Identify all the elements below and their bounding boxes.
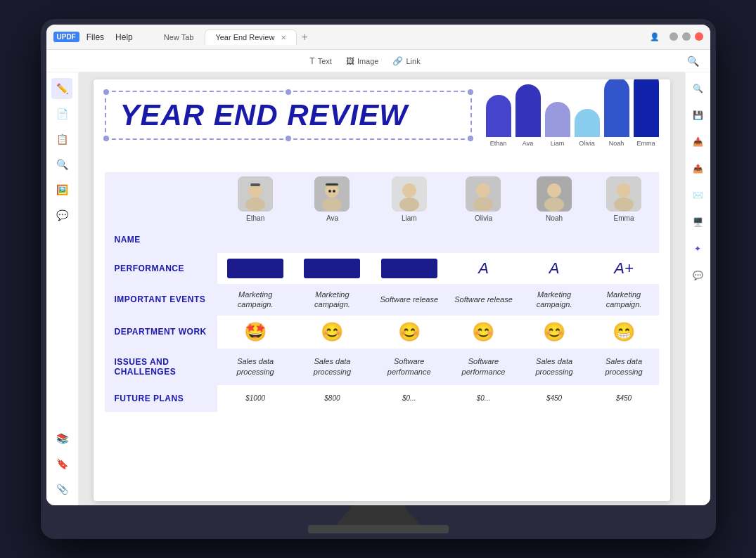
cell-future_plans_label-emma: $450 (589, 385, 659, 412)
bar-emma (634, 79, 659, 137)
event-text-ava: Marketing campaign. (298, 290, 366, 310)
svg-point-9 (333, 190, 335, 193)
svg-point-18 (544, 197, 564, 212)
toolbar-text[interactable]: T Text (309, 56, 332, 66)
cell-name_label-ava (294, 226, 371, 253)
bar-col-olivia: Olivia (575, 109, 600, 147)
photo-cell-ava: Ava (294, 172, 371, 226)
cell-name_label-olivia (447, 226, 519, 253)
resize-handle-tl[interactable] (103, 89, 109, 95)
event-text-emma: Marketing campaign. (594, 290, 655, 310)
resize-handle-bm[interactable] (286, 136, 291, 141)
sidebar-bookmark2-icon[interactable]: 🔖 (51, 453, 72, 474)
svg-point-8 (328, 190, 331, 193)
user-icon[interactable]: 👤 (650, 32, 660, 41)
image-icon: 🖼 (346, 56, 354, 66)
issue-text-liam: Software performance (375, 356, 443, 377)
row-header-important_events_label: IMPORTANT EVENTS (105, 284, 217, 316)
bar-label-ethan: Ethan (490, 140, 507, 147)
bar-col-noah: Noah (604, 79, 629, 147)
toolbar: T Text 🖼 Image 🔗 Link 🔍 (46, 50, 710, 72)
cell-department_work_label-olivia: 😊 (447, 316, 519, 349)
table-row: IMPORTANT EVENTSMarketing campaign.Marke… (105, 284, 659, 316)
monitor-base (308, 525, 449, 533)
zoom-icon[interactable]: 🔍 (687, 56, 699, 67)
right-sidebar-zoom-icon[interactable]: 🔍 (687, 78, 708, 99)
table-row: DEPARTMENT WORK🤩😊😊😊😊😁 (105, 316, 659, 349)
sidebar-comment-icon[interactable]: 💬 (51, 205, 72, 226)
menu-files[interactable]: Files (87, 32, 104, 42)
resize-handle-tm[interactable] (286, 89, 291, 95)
bar-label-liam: Liam (551, 140, 565, 147)
cell-name_label-liam (371, 226, 447, 253)
right-sidebar-ai-icon[interactable]: ✦ (687, 238, 708, 259)
right-sidebar-save-icon[interactable]: 💾 (687, 105, 708, 126)
cell-performance_label-olivia: A (447, 253, 519, 284)
sidebar-attach-icon[interactable]: 📎 (51, 479, 72, 500)
toolbar-link[interactable]: 🔗 Link (392, 56, 420, 66)
avatar-emma (606, 176, 641, 212)
resize-handle-bl[interactable] (103, 136, 109, 141)
cell-important_events_label-liam: Software release (371, 284, 447, 316)
maximize-button[interactable]: □ (682, 32, 691, 41)
sidebar-pages-icon[interactable]: 📄 (51, 103, 72, 124)
bar-col-ava: Ava (515, 84, 541, 147)
sidebar-layers-icon[interactable]: 📚 (51, 428, 72, 449)
right-sidebar-screen-icon[interactable]: 🖥️ (687, 212, 708, 233)
photo-cell-ethan: Ethan (217, 172, 294, 226)
menu-bar: Files Help (87, 32, 133, 42)
tab-close-icon[interactable]: ✕ (281, 34, 286, 41)
svg-point-6 (322, 197, 342, 212)
resize-handle-br[interactable] (468, 136, 473, 141)
toolbar-image[interactable]: 🖼 Image (346, 56, 379, 66)
table-row: NAME (105, 226, 659, 253)
titlebar: UPDF Files Help New Tab Year End Review … (46, 25, 710, 50)
window-controls: 👤 — □ ✕ (650, 32, 703, 41)
close-button[interactable]: ✕ (695, 32, 703, 41)
right-sidebar-chat-icon[interactable]: 💬 (687, 265, 708, 286)
photo-cell-liam: Liam (371, 172, 447, 226)
cell-name_label-noah (520, 226, 589, 253)
tab-yearend[interactable]: Year End Review ✕ (205, 30, 297, 45)
bar-label-emma: Emma (636, 140, 655, 147)
cell-department_work_label-ethan: 🤩 (217, 316, 294, 349)
future-text-liam: $0... (375, 394, 443, 403)
sidebar-edit-icon[interactable]: ✏️ (51, 78, 72, 99)
tabs-area: New Tab Year End Review ✕ + (154, 30, 650, 45)
avatar-label-liam: Liam (402, 214, 417, 222)
photo-cell-emma: Emma (589, 172, 659, 226)
title-box[interactable]: YEAR END REVIEW (105, 91, 472, 140)
resize-handle-tr[interactable] (468, 89, 473, 95)
svg-rect-7 (326, 183, 338, 186)
cell-performance_label-liam (371, 253, 447, 284)
dept-emoji-olivia: 😊 (451, 321, 515, 343)
sidebar-search-icon[interactable]: 🔍 (51, 154, 72, 175)
avatar-label-ethan: Ethan (246, 214, 264, 222)
avatar-noah (537, 176, 572, 212)
bar-col-liam: Liam (545, 102, 570, 147)
avatar-olivia (466, 176, 501, 212)
bar-liam (545, 102, 570, 137)
right-sidebar-mail-icon[interactable]: ✉️ (687, 185, 708, 206)
new-tab-button[interactable]: + (301, 31, 307, 44)
table-row: PERFORMANCEAAA+ (105, 253, 659, 284)
cell-issues_label-noah: Sales data processing (520, 349, 589, 385)
avatar-ava (314, 176, 350, 212)
sidebar-bookmark-icon[interactable]: 📋 (51, 129, 72, 150)
sidebar-image-icon[interactable]: 🖼️ (51, 179, 72, 200)
minimize-button[interactable]: — (669, 32, 678, 41)
cell-future_plans_label-ethan: $1000 (217, 385, 294, 412)
tab-newtab[interactable]: New Tab (154, 30, 204, 44)
right-sidebar-share-icon[interactable]: 📤 (687, 158, 708, 179)
page: YEAR END REVIEW EthanAvaLiamOliviaNoah (94, 79, 670, 501)
performance-grade-emma: A+ (594, 259, 655, 278)
bar-label-ava: Ava (523, 140, 533, 147)
cell-future_plans_label-noah: $450 (520, 385, 589, 412)
issue-text-olivia: Software performance (451, 356, 515, 377)
future-text-olivia: $0... (451, 394, 515, 403)
menu-help[interactable]: Help (115, 32, 133, 42)
svg-point-14 (476, 183, 490, 197)
monitor-stand (336, 505, 421, 525)
right-sidebar-download-icon[interactable]: 📥 (687, 131, 708, 153)
sidebar-right: 🔍 💾 📥 📤 ✉️ 🖥️ ✦ 💬 (685, 72, 710, 505)
